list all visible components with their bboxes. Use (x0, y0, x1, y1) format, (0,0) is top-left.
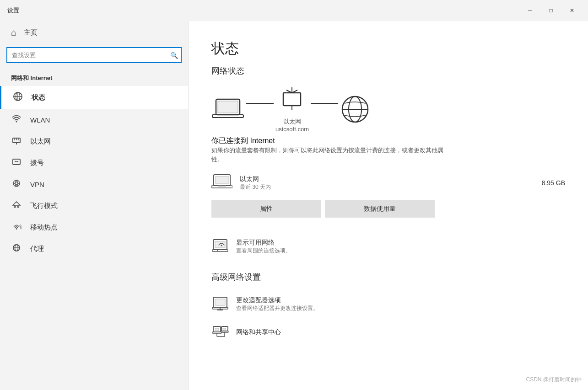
svg-rect-20 (218, 101, 238, 113)
line-2 (311, 103, 338, 104)
wlan-icon (11, 115, 22, 125)
search-box: 🔍 (6, 47, 182, 63)
adapter-options-row[interactable]: 更改适配器选项 查看网络适配器并更改连接设置。 (211, 290, 565, 318)
adapter-options-sub: 查看网络适配器并更改连接设置。 (236, 305, 318, 312)
home-label: 主页 (24, 28, 38, 37)
show-networks-sub: 查看周围的连接选项。 (236, 247, 291, 255)
svg-rect-32 (216, 176, 228, 184)
page-title: 状态 (211, 39, 565, 58)
sidebar-item-status-label: 状态 (32, 93, 45, 102)
network-diagram: 以太网 ustcsoft.com (211, 87, 565, 133)
svg-rect-22 (221, 115, 234, 116)
sidebar-item-airplane[interactable]: 飞行模式 (0, 195, 188, 217)
svg-point-39 (221, 245, 222, 246)
sidebar-item-airplane-label: 飞行模式 (30, 202, 58, 210)
data-usage-button[interactable]: 数据使用量 (325, 200, 435, 218)
svg-rect-41 (215, 299, 225, 305)
router-icon: 以太网 ustcsoft.com (275, 87, 309, 133)
show-networks-title: 显示可用网络 (236, 239, 291, 247)
sidebar-item-wlan[interactable]: WLAN (0, 109, 188, 131)
sidebar-item-proxy[interactable]: 代理 (0, 238, 188, 260)
status-icon (12, 91, 23, 104)
ethernet-label: 以太网 ustcsoft.com (275, 118, 309, 133)
network-status-title: 网络状态 (211, 65, 565, 76)
svg-point-15 (16, 228, 17, 230)
sidebar-item-ethernet[interactable]: 以太网 (0, 131, 188, 152)
btn-row: 属性 数据使用量 (211, 200, 565, 218)
titlebar: 设置 ─ □ ✕ (0, 0, 588, 21)
sidebar-item-vpn-label: VPN (30, 181, 44, 188)
sidebar-home[interactable]: ⌂ 主页 (0, 21, 188, 44)
dialup-icon (11, 158, 22, 168)
sidebar-item-dialup-label: 拨号 (30, 159, 44, 167)
window-controls: ─ □ ✕ (519, 4, 583, 17)
app-body: ⌂ 主页 🔍 网络和 Internet 状态 (0, 21, 588, 390)
sidebar-item-wlan-label: WLAN (30, 116, 50, 124)
line-1 (246, 103, 274, 104)
svg-point-12 (15, 182, 18, 185)
usage-sub: 最近 30 天内 (240, 183, 542, 191)
properties-button[interactable]: 属性 (211, 200, 321, 218)
close-button[interactable]: ✕ (561, 4, 583, 17)
sidebar-item-hotspot-label: 移动热点 (30, 223, 58, 232)
adapter-options-title: 更改适配器选项 (236, 296, 318, 305)
advanced-title: 高级网络设置 (211, 272, 565, 283)
sidebar-item-vpn[interactable]: VPN (0, 174, 188, 195)
sidebar-item-dialup[interactable]: 拨号 (0, 152, 188, 174)
usage-row: 以太网 最近 30 天内 8.95 GB (211, 173, 565, 193)
maximize-button[interactable]: □ (540, 4, 561, 17)
watermark: CSDN @打磨时间的钟 (526, 376, 582, 384)
sidebar-item-status[interactable]: 状态 (0, 86, 188, 109)
svg-rect-47 (212, 332, 221, 333)
proxy-icon (11, 244, 22, 254)
sharing-center-row[interactable]: 网络和共享中心 (211, 318, 565, 347)
usage-info: 以太网 最近 30 天内 (240, 175, 542, 191)
minimize-button[interactable]: ─ (519, 4, 540, 17)
adapter-options-info: 更改适配器选项 查看网络适配器并更改连接设置。 (236, 296, 318, 312)
content-area: 状态 网络状态 (189, 21, 588, 390)
home-icon: ⌂ (11, 27, 16, 38)
laptop-icon (211, 96, 244, 124)
sidebar-item-ethernet-label: 以太网 (30, 137, 51, 146)
svg-point-4 (16, 121, 17, 123)
svg-rect-37 (212, 250, 228, 251)
sharing-center-icon (211, 323, 229, 342)
search-input[interactable] (6, 47, 182, 63)
section-title: 网络和 Internet (0, 69, 188, 86)
hotspot-icon (11, 222, 22, 233)
sidebar-item-proxy-label: 代理 (30, 245, 44, 253)
usage-icon (211, 173, 232, 193)
sidebar: ⌂ 主页 🔍 网络和 Internet 状态 (0, 21, 189, 390)
search-icon[interactable]: 🔍 (170, 52, 178, 59)
app-title: 设置 (7, 6, 19, 15)
ethernet-icon (11, 136, 22, 147)
usage-size: 8.95 GB (542, 179, 565, 187)
usage-name: 以太网 (240, 175, 542, 183)
svg-rect-50 (221, 331, 228, 332)
vpn-icon (11, 179, 22, 190)
adapter-options-icon (211, 294, 229, 314)
svg-rect-34 (218, 186, 226, 187)
svg-rect-49 (223, 328, 226, 330)
show-networks-row[interactable]: 显示可用网络 查看周围的连接选项。 (211, 232, 565, 261)
show-networks-info: 显示可用网络 查看周围的连接选项。 (236, 239, 291, 255)
svg-rect-46 (215, 328, 219, 331)
sharing-center-title: 网络和共享中心 (236, 328, 281, 337)
globe-icon (340, 94, 370, 126)
connected-sub: 如果你的流量套餐有限制，则你可以将此网络设置为按流量计费的连接，或者更改其他属性… (211, 146, 449, 164)
show-networks-icon (211, 237, 229, 256)
sidebar-item-hotspot[interactable]: 移动热点 (0, 217, 188, 238)
connected-title: 你已连接到 Internet (211, 136, 565, 146)
svg-rect-23 (283, 93, 301, 106)
sharing-center-info: 网络和共享中心 (236, 328, 281, 337)
airplane-icon (11, 201, 22, 211)
